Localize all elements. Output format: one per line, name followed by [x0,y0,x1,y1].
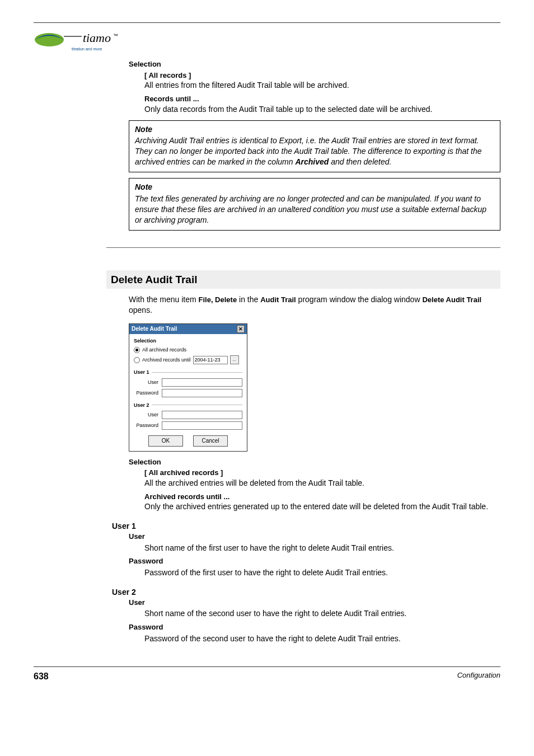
delete-until-desc: Only the archived entries generated up t… [144,501,500,512]
user2-user-term: User [129,598,500,608]
user1-user-term: User [129,532,500,542]
date-picker-button[interactable]: ... [230,355,239,364]
logo-text: tiamo [83,31,111,45]
section-heading: Delete Audit Trail [106,270,500,289]
intro-t4: opens. [129,306,152,314]
group-user1: User 1 [134,369,242,375]
user2-heading: User 2 [112,587,500,598]
group-user1-label: User 1 [134,369,149,375]
intro-t3: program window the dialog window [296,295,423,304]
user1-pass-desc: Password of the first user to have the r… [144,567,500,578]
radio-icon[interactable] [134,357,140,363]
dialog-selection-label: Selection [134,337,242,344]
archive-selection-heading: Selection [129,59,500,69]
user1-user-label: User [134,379,158,386]
user1-heading: User 1 [112,521,500,532]
note2-body: The text files generated by archiving ar… [135,194,494,226]
intro-t1: With the menu item [129,295,199,304]
user1-pass-label: Password [134,389,158,396]
user1-user-input[interactable] [162,378,242,387]
radio-archived-until[interactable]: Archived records until 2004-11-23 ... [134,355,242,364]
intro-t2: in the [237,295,260,304]
radio-all-archived[interactable]: All archived records [134,346,242,353]
archive-until-desc: Only data records from the Audit Trail t… [144,104,500,115]
page-footer: 638 Configuration [34,666,500,683]
delete-all-desc: All the archived entries will be deleted… [144,478,500,489]
delete-until-term: Archived records until ... [144,492,500,502]
cancel-button[interactable]: Cancel [193,435,228,447]
user1-pass-term: Password [129,556,500,566]
note-title: Note [135,124,494,135]
user2-pass-label: Password [134,422,158,429]
page-number: 638 [34,670,49,683]
intro-b3: Delete Audit Trail [422,295,481,304]
logo: tiamo ™ titration and more [34,26,500,51]
group-user2-label: User 2 [134,402,149,408]
dialog-title-text: Delete Audit Trail [132,325,177,333]
note1-text-post: and then deleted. [329,157,391,166]
top-rule [34,22,500,23]
ok-button[interactable]: OK [148,435,183,447]
date-field[interactable]: 2004-11-23 [193,356,228,364]
user2-user-label: User [134,411,158,418]
note-body: Archiving Audit Trail entries is identic… [135,135,494,167]
archive-until-term: Records until ... [144,94,500,104]
user2-pass-desc: Password of the second user to have the … [144,633,500,644]
user2-user-input[interactable] [162,411,242,419]
delete-audit-trail-dialog: Delete Audit Trail ✕ Selection All archi… [129,323,247,452]
user1-pass-input[interactable] [162,389,242,397]
radio-icon[interactable] [134,347,140,353]
logo-tm: ™ [113,33,118,39]
note-box-1: Note Archiving Audit Trail entries is id… [129,120,500,173]
logo-tagline: titration and more [72,46,500,51]
footer-section: Configuration [457,670,500,683]
delete-selection-heading: Selection [129,457,500,467]
user2-user-desc: Short name of the second user to have th… [144,608,500,619]
delete-all-term: [ All archived records ] [144,468,500,478]
intro-paragraph: With the menu item File, Delete in the A… [129,294,500,316]
close-icon[interactable]: ✕ [237,325,245,333]
archive-all-term: [ All records ] [144,71,500,81]
user2-pass-term: Password [129,622,500,632]
radio-until-label: Archived records until [142,356,191,363]
note1-bold: Archived [295,157,329,166]
intro-b2: Audit Trail [260,295,296,304]
group-user2: User 2 [134,402,242,408]
intro-b1: File, Delete [199,295,237,304]
archive-all-desc: All entries from the filtered Audit Trai… [144,80,500,91]
user1-user-desc: Short name of the first user to have the… [144,543,500,553]
radio-all-label: All archived records [142,346,186,353]
note-title: Note [135,182,494,192]
dialog-titlebar: Delete Audit Trail ✕ [129,324,247,334]
note-box-2: Note The text files generated by archivi… [129,178,500,231]
section-rule [106,247,500,248]
user2-pass-input[interactable] [162,421,242,430]
